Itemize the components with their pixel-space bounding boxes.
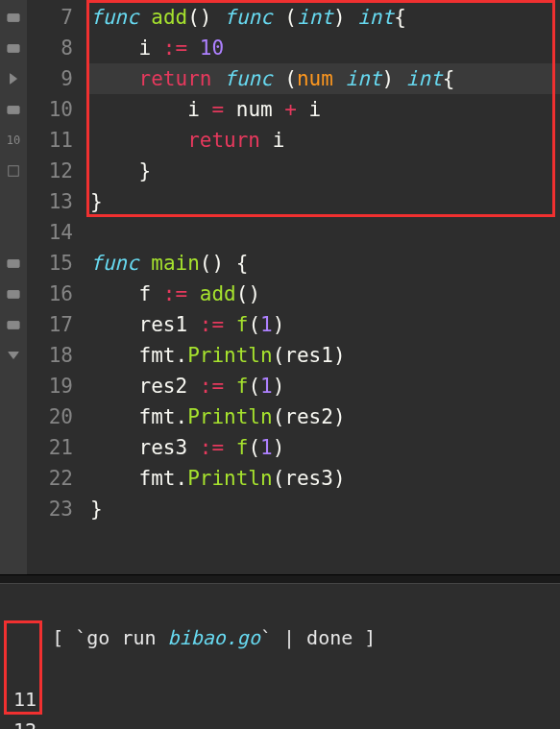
line-number: 15	[27, 248, 73, 279]
line-number: 16	[27, 279, 73, 309]
code-editor[interactable]: 10 7891011121314151617181920212223 func …	[0, 0, 560, 574]
folder-icon	[0, 94, 27, 125]
line-number: 20	[27, 401, 73, 432]
code-line[interactable]: fmt.Println(res2)	[86, 401, 560, 432]
svg-rect-0	[8, 14, 19, 22]
line-number: 23	[27, 494, 73, 524]
line-number: 18	[27, 340, 73, 371]
line-number: 21	[27, 432, 73, 463]
code-line[interactable]	[86, 217, 560, 248]
code-line[interactable]: return i	[86, 125, 560, 156]
folder-icon	[0, 248, 27, 279]
pane-separator[interactable]	[0, 574, 560, 584]
code-line[interactable]: fmt.Println(res1)	[86, 340, 560, 371]
code-line[interactable]: func add() func (int) int{	[86, 2, 560, 33]
line-number: 7	[27, 2, 73, 33]
line-number: 22	[27, 463, 73, 494]
code-line[interactable]: return func (num int) int{	[86, 63, 560, 94]
code-line[interactable]: res1 := f(1)	[86, 309, 560, 340]
code-line[interactable]: }	[86, 494, 560, 524]
line-number: 9	[27, 63, 73, 94]
svg-marker-8	[9, 352, 19, 359]
folder-icon	[0, 309, 27, 340]
svg-rect-7	[8, 322, 19, 329]
line-number: 17	[27, 309, 73, 340]
code-line[interactable]: f := add()	[86, 279, 560, 309]
terminal-output[interactable]: [ `go run bibao.go` | done ] 111213	[0, 584, 560, 728]
terminal-output-line: 12	[6, 715, 554, 729]
gutter-fold-column: 10	[0, 0, 27, 574]
line-number: 13	[27, 186, 73, 217]
arrow-right-icon[interactable]	[0, 63, 27, 94]
line-number: 11	[27, 125, 73, 156]
terminal-command-line: [ `go run bibao.go` | done ]	[6, 592, 554, 684]
code-line[interactable]: i := 10	[86, 33, 560, 63]
line-number-gutter: 7891011121314151617181920212223	[27, 0, 86, 574]
line-number: 10	[27, 94, 73, 125]
code-line[interactable]: }	[86, 156, 560, 186]
arrow-down-icon[interactable]	[0, 340, 27, 371]
code-line[interactable]: res3 := f(1)	[86, 432, 560, 463]
svg-rect-6	[8, 291, 19, 299]
svg-rect-3	[8, 107, 19, 114]
code-line[interactable]: fmt.Println(res3)	[86, 463, 560, 494]
terminal-output-line: 11	[6, 684, 554, 715]
code-line[interactable]: res2 := f(1)	[86, 371, 560, 401]
line-number: 14	[27, 217, 73, 248]
svg-rect-1	[8, 45, 19, 53]
code-line[interactable]: func main() {	[86, 248, 560, 279]
code-line[interactable]: i = num + i	[86, 94, 560, 125]
line-number: 8	[27, 33, 73, 63]
line-number: 12	[27, 156, 73, 186]
folder-icon	[0, 2, 27, 33]
folder-icon	[0, 279, 27, 309]
svg-rect-5	[8, 260, 19, 268]
code-content[interactable]: func add() func (int) int{ i := 10 retur…	[86, 0, 560, 574]
checkbox-icon[interactable]	[0, 156, 27, 186]
folder-icon	[0, 33, 27, 63]
svg-rect-4	[9, 166, 19, 177]
code-line[interactable]: }	[86, 186, 560, 217]
svg-marker-2	[11, 74, 17, 85]
line-number: 19	[27, 371, 73, 401]
gutter-label: 10	[0, 125, 27, 156]
